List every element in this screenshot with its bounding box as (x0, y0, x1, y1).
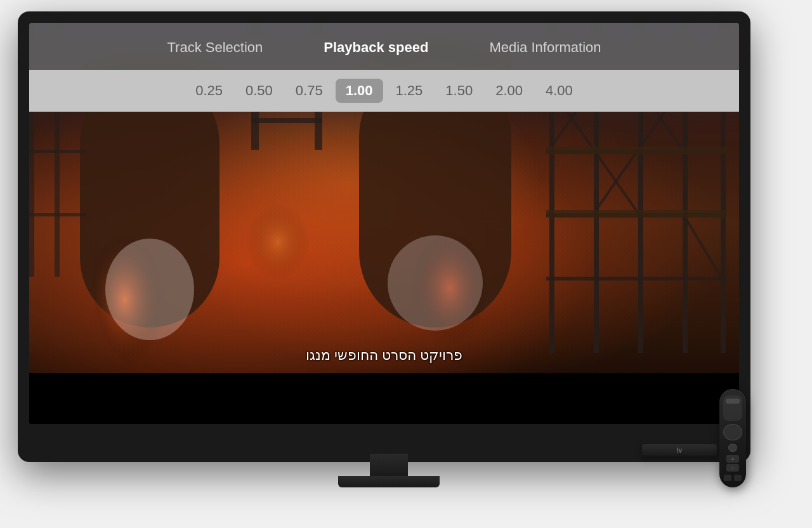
tv-stand (338, 454, 440, 487)
subtitle-text: פרויקט הסרט החופשי מנגו (29, 347, 739, 364)
apple-tv-logo: tv (677, 447, 682, 454)
remote-volume-down[interactable]: − (726, 464, 739, 472)
tab-playback-speed[interactable]: Playback speed (318, 37, 433, 58)
speed-option-050[interactable]: 0.50 (235, 79, 283, 103)
speed-option-075[interactable]: 0.75 (285, 79, 333, 103)
tab-bar: Track Selection Playback speed Media Inf… (29, 23, 739, 70)
remote-volume-up[interactable]: + (726, 455, 739, 463)
apple-tv-box: tv (642, 444, 717, 456)
remote-skip-group (724, 475, 742, 481)
speed-option-025[interactable]: 0.25 (185, 79, 233, 103)
apple-tv-remote: + − (719, 389, 746, 487)
speed-option-150[interactable]: 1.50 (435, 79, 483, 103)
tv-bezel: Track Selection Playback speed Media Inf… (18, 11, 750, 462)
tab-track-selection[interactable]: Track Selection (162, 37, 268, 58)
remote-skip-back[interactable] (724, 475, 731, 481)
tv-unit: Track Selection Playback speed Media Inf… (18, 11, 760, 506)
tab-media-information[interactable]: Media Information (484, 37, 606, 58)
remote-menu-button[interactable] (731, 399, 740, 404)
stand-neck (370, 454, 408, 476)
stand-base (338, 476, 440, 487)
scene: Track Selection Playback speed Media Inf… (0, 0, 812, 528)
speed-option-400[interactable]: 4.00 (535, 79, 583, 103)
tv-screen: Track Selection Playback speed Media Inf… (29, 23, 739, 424)
speed-option-125[interactable]: 1.25 (386, 79, 433, 103)
remote-trackpad[interactable] (723, 424, 742, 441)
speed-option-200[interactable]: 2.00 (485, 79, 533, 103)
remote-volume-group: + − (726, 455, 739, 472)
remote-tv-button[interactable] (726, 399, 732, 404)
remote-mic-button[interactable] (728, 444, 737, 452)
video-bottom-bar (29, 373, 739, 424)
remote-top-area (723, 395, 742, 421)
speed-selector-bar: 0.25 0.50 0.75 1.00 1.25 1.50 2.00 4.00 (29, 70, 739, 112)
overlay-panel: Track Selection Playback speed Media Inf… (29, 23, 739, 112)
remote-skip-forward[interactable] (734, 475, 742, 481)
speed-option-100[interactable]: 1.00 (336, 79, 383, 103)
